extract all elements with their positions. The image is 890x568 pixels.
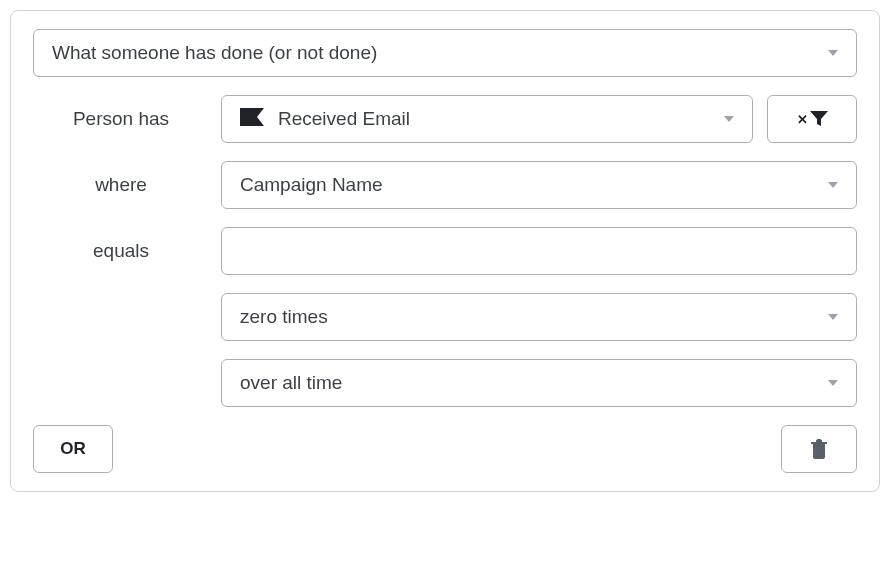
timeframe-label: over all time	[240, 372, 342, 394]
equals-row: equals	[33, 227, 857, 275]
chevron-down-icon	[828, 380, 838, 386]
trash-icon	[811, 439, 827, 459]
dimension-select[interactable]: Campaign Name	[221, 161, 857, 209]
delete-button[interactable]	[781, 425, 857, 473]
frequency-label: zero times	[240, 306, 328, 328]
value-input[interactable]	[221, 227, 857, 275]
equals-label: equals	[33, 240, 209, 262]
condition-type-select[interactable]: What someone has done (or not done)	[33, 29, 857, 77]
condition-panel: What someone has done (or not done) Pers…	[10, 10, 880, 492]
condition-type-label: What someone has done (or not done)	[52, 42, 377, 64]
frequency-row: zero times	[33, 293, 857, 341]
where-label: where	[33, 174, 209, 196]
funnel-icon	[810, 111, 828, 127]
metric-select[interactable]: Received Email	[221, 95, 753, 143]
person-has-label: Person has	[33, 108, 209, 130]
or-button[interactable]: OR	[33, 425, 113, 473]
person-has-row: Person has Received Email ✕	[33, 95, 857, 143]
metric-label: Received Email	[278, 108, 410, 130]
frequency-select[interactable]: zero times	[221, 293, 857, 341]
close-icon: ✕	[797, 112, 808, 127]
chevron-down-icon	[724, 116, 734, 122]
or-label: OR	[60, 439, 86, 459]
dimension-label: Campaign Name	[240, 174, 383, 196]
where-row: where Campaign Name	[33, 161, 857, 209]
remove-filter-button[interactable]: ✕	[767, 95, 857, 143]
timeframe-select[interactable]: over all time	[221, 359, 857, 407]
chevron-down-icon	[828, 314, 838, 320]
timeframe-row: over all time	[33, 359, 857, 407]
actions-row: OR	[33, 425, 857, 473]
chevron-down-icon	[828, 50, 838, 56]
chevron-down-icon	[828, 182, 838, 188]
flag-icon	[240, 108, 264, 131]
